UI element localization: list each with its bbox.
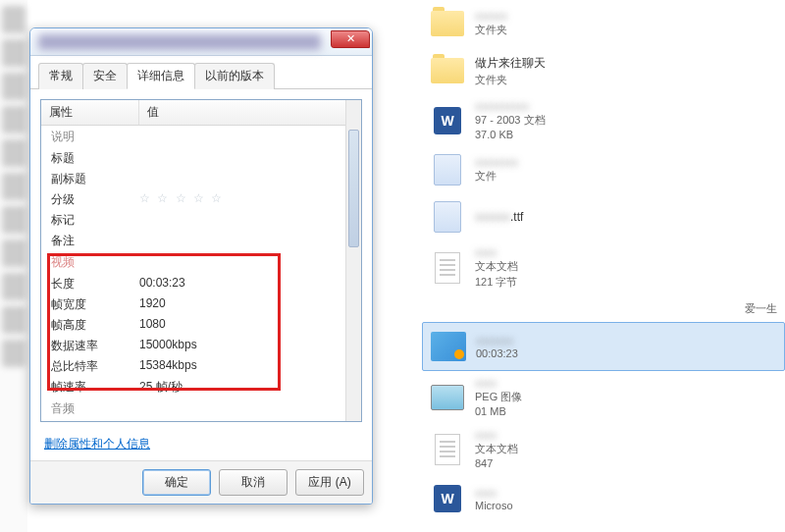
row-length[interactable]: 长度00:03:23 xyxy=(41,274,361,294)
tab-strip: 常规 安全 详细信息 以前的版本 xyxy=(30,56,372,89)
row-title[interactable]: 标题 xyxy=(41,148,361,169)
file-name-blur: xxxx xyxy=(475,246,518,258)
file-item[interactable]: xxxx文本文档847 xyxy=(422,423,785,475)
titlebar[interactable]: ✕ xyxy=(30,28,372,56)
file-size: 01 MB xyxy=(475,405,522,417)
col-header-value[interactable]: 值 xyxy=(139,100,361,125)
word-icon: W xyxy=(434,107,461,134)
details-listbox: 属性 值 说明 标题 副标题 分级☆ ☆ ☆ ☆ ☆ 标记 备注 视频 长度00… xyxy=(40,99,362,422)
remove-properties-link[interactable]: 删除属性和个人信息 xyxy=(44,437,150,451)
row-total-bitrate[interactable]: 总比特率15384kbps xyxy=(41,356,361,377)
file-item[interactable]: xxxxPEG 图像01 MB xyxy=(422,371,785,423)
row-subtitle[interactable]: 副标题 xyxy=(41,169,361,189)
group-video: 视频 xyxy=(41,251,361,274)
list-header: 属性 值 xyxy=(41,100,361,126)
row-frame-height[interactable]: 帧高度1080 xyxy=(41,315,361,336)
row-remark[interactable]: 备注 xyxy=(41,231,361,251)
ok-button[interactable]: 确定 xyxy=(142,469,211,496)
close-button[interactable]: ✕ xyxy=(331,30,370,48)
folder-icon xyxy=(431,58,464,83)
left-sidebar-blur xyxy=(0,0,27,532)
tab-security[interactable]: 安全 xyxy=(82,63,128,89)
file-type: PEG 图像 xyxy=(475,390,522,404)
file-type: 文本文档 xyxy=(475,259,518,274)
window-title-blur xyxy=(38,34,321,50)
file-item[interactable]: xxxxxx文件夹 xyxy=(422,0,785,47)
group-description: 说明 xyxy=(41,126,361,148)
file-item[interactable]: W xxxxxxxxxx97 - 2003 文档37.0 KB xyxy=(422,94,785,146)
apply-button[interactable]: 应用 (A) xyxy=(295,469,364,496)
file-meta: 97 - 2003 文档 xyxy=(475,113,546,128)
cancel-button[interactable]: 取消 xyxy=(219,469,288,496)
rating-stars[interactable]: ☆ ☆ ☆ ☆ ☆ xyxy=(139,191,361,208)
file-item[interactable]: xxxx文本文档121 字节 xyxy=(422,240,785,295)
file-type: 文本文档 xyxy=(475,442,518,456)
file-name-blur: xxxx xyxy=(475,487,513,499)
group-audio: 音频 xyxy=(41,398,361,420)
tab-general[interactable]: 常规 xyxy=(38,63,83,89)
doc-icon xyxy=(434,154,461,186)
txt-icon xyxy=(435,434,460,465)
vertical-scrollbar[interactable] xyxy=(345,100,361,421)
file-size: 37.0 KB xyxy=(475,129,546,140)
file-suffix: 爱一生 xyxy=(745,301,777,316)
file-type: 文件夹 xyxy=(475,73,546,87)
file-name-blur: xxxxxx xyxy=(475,10,507,22)
file-name-blur: xxxx xyxy=(475,377,522,389)
row-frame-width[interactable]: 帧宽度1920 xyxy=(41,294,361,315)
properties-dialog: ✕ 常规 安全 详细信息 以前的版本 属性 值 说明 标题 副标题 分级☆ ☆ … xyxy=(29,27,373,505)
row-tags[interactable]: 标记 xyxy=(41,210,361,231)
image-thumb-icon xyxy=(431,385,464,410)
tab-details[interactable]: 详细信息 xyxy=(127,63,195,89)
file-name-blur: xxxx xyxy=(475,429,518,441)
txt-icon xyxy=(435,252,460,284)
file-name: 做片来往聊天 xyxy=(475,55,546,72)
file-size: 121 字节 xyxy=(475,275,518,290)
file-duration: 00:03:23 xyxy=(476,347,518,359)
file-item[interactable]: 爱一生 xyxy=(422,295,785,322)
row-audio-bitrate[interactable]: 比特率384kbps xyxy=(41,420,361,422)
file-name-blur: xxxxxxxxxx xyxy=(475,100,546,112)
video-thumb-icon xyxy=(431,332,466,361)
file-item[interactable]: xxxxxxxx文件 xyxy=(422,146,785,193)
explorer-file-list: xxxxxx文件夹 做片来往聊天文件夹 W xxxxxxxxxx97 - 200… xyxy=(422,0,785,532)
file-name-blur: xxxxxxxx xyxy=(475,156,518,168)
file-type: Microso xyxy=(475,500,513,511)
file-item[interactable]: 做片来往聊天文件夹 xyxy=(422,47,785,94)
col-header-property[interactable]: 属性 xyxy=(41,100,139,125)
dialog-buttons: 确定 取消 应用 (A) xyxy=(30,460,372,504)
file-item-selected[interactable]: xxxxxxx00:03:23 xyxy=(422,322,785,371)
scrollbar-thumb[interactable] xyxy=(348,130,359,247)
file-type: 文件夹 xyxy=(475,23,507,37)
row-frame-rate[interactable]: 帧速率25 帧/秒 xyxy=(41,377,361,398)
file-item[interactable]: xxxxxx.ttf xyxy=(422,193,785,240)
doc-icon xyxy=(434,201,461,233)
row-data-rate[interactable]: 数据速率15000kbps xyxy=(41,336,361,356)
row-rating[interactable]: 分级☆ ☆ ☆ ☆ ☆ xyxy=(41,189,361,210)
file-name-blur: xxxxxxx xyxy=(476,335,518,346)
folder-icon xyxy=(431,11,464,36)
word-icon: W xyxy=(434,485,461,512)
file-meta: 文件 xyxy=(475,169,518,184)
footer-link-row: 删除属性和个人信息 xyxy=(30,432,372,460)
file-item[interactable]: W xxxxMicroso xyxy=(422,475,785,522)
list-body[interactable]: 说明 标题 副标题 分级☆ ☆ ☆ ☆ ☆ 标记 备注 视频 长度00:03:2… xyxy=(41,126,361,422)
file-ext: .ttf xyxy=(510,210,523,224)
tab-previous[interactable]: 以前的版本 xyxy=(194,63,275,89)
file-size: 847 xyxy=(475,457,518,469)
